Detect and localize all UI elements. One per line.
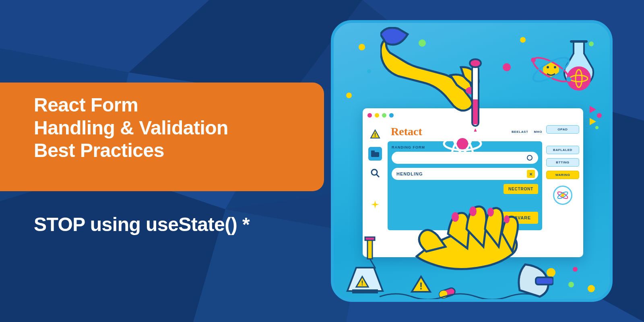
- svg-point-34: [531, 58, 536, 62]
- warning-icon: !: [368, 128, 382, 141]
- right-tag-1: BAFLALED: [546, 146, 579, 154]
- top-tag-b: MHO: [534, 130, 542, 134]
- svg-point-23: [588, 285, 595, 292]
- svg-marker-28: [590, 118, 596, 125]
- atom-badge-icon: [553, 186, 572, 205]
- illustration-card: ! Retact BEELAST: [331, 20, 613, 302]
- subtitle: STOP using useState() *: [34, 213, 250, 235]
- svg-point-40: [372, 169, 377, 175]
- sparkle-icon: [368, 198, 382, 211]
- svg-rect-38: [371, 152, 379, 157]
- atom-icon: [527, 45, 575, 94]
- svg-point-30: [547, 66, 549, 68]
- svg-marker-27: [590, 106, 596, 113]
- window-dot-min-icon: [375, 113, 379, 118]
- title-line-1: React Form: [34, 94, 138, 116]
- hand-top-icon: [380, 27, 493, 132]
- svg-rect-60: [365, 237, 375, 240]
- svg-rect-57: [536, 277, 553, 285]
- svg-point-35: [566, 77, 571, 82]
- svg-point-56: [504, 215, 510, 223]
- play-icons: [588, 103, 603, 132]
- svg-point-10: [359, 44, 365, 50]
- svg-text:!: !: [374, 132, 376, 138]
- svg-point-21: [568, 282, 574, 287]
- clear-icon[interactable]: ×: [527, 170, 535, 178]
- svg-rect-58: [367, 239, 372, 259]
- svg-point-55: [487, 208, 494, 217]
- svg-rect-61: [352, 289, 378, 293]
- folder-icon: [368, 147, 382, 161]
- right-tag-2: BTTING: [546, 158, 579, 167]
- svg-point-44: [561, 194, 564, 197]
- svg-point-52: [470, 59, 481, 67]
- svg-point-53: [452, 212, 459, 222]
- svg-point-31: [554, 66, 556, 68]
- svg-rect-51: [473, 99, 478, 124]
- top-tag-a: BEELAST: [512, 130, 528, 134]
- main-title: React Form Handling & Validation Best Pr…: [34, 94, 308, 162]
- circle-icon: [527, 155, 533, 161]
- search-icon: [368, 166, 382, 180]
- svg-point-48: [457, 138, 468, 149]
- svg-line-41: [376, 174, 379, 177]
- submit-button-small[interactable]: NECTRONT: [504, 184, 538, 194]
- svg-point-16: [367, 69, 371, 73]
- window-dot-close-icon: [367, 113, 372, 118]
- text-input-filled[interactable]: HENDLING ×: [392, 168, 538, 180]
- svg-point-14: [503, 63, 511, 71]
- input-value-text: HENDLING: [396, 171, 527, 176]
- svg-text:!: !: [361, 280, 363, 287]
- title-line-3: Best Practices: [34, 140, 164, 161]
- right-tag-3: WARING: [546, 171, 579, 179]
- svg-point-17: [346, 93, 352, 98]
- title-card: React Form Handling & Validation Best Pr…: [0, 83, 324, 191]
- title-line-2: Handling & Validation: [34, 117, 228, 138]
- hand-bottom-icon: [392, 200, 553, 302]
- right-tag-top: OPAD: [546, 125, 579, 134]
- svg-point-13: [520, 37, 526, 43]
- svg-rect-39: [371, 151, 375, 153]
- svg-point-54: [469, 206, 477, 216]
- svg-point-22: [573, 267, 578, 272]
